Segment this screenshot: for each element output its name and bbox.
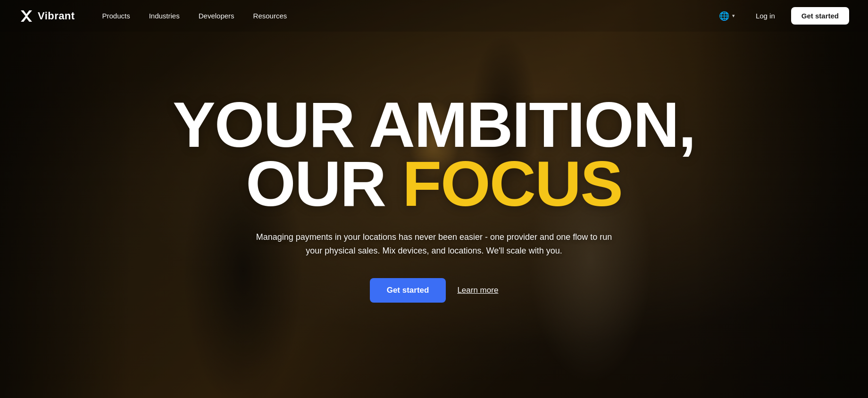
nav-link-developers[interactable]: Developers <box>190 8 243 24</box>
get-started-nav-button[interactable]: Get started <box>791 7 849 25</box>
globe-icon: 🌐 <box>719 11 729 21</box>
nav-links: Products Industries Developers Resources <box>93 8 714 24</box>
nav-link-industries[interactable]: Industries <box>141 8 188 24</box>
hero-content: YOUR AMBITION, OUR FOCUS Managing paymen… <box>0 0 868 398</box>
get-started-hero-button[interactable]: Get started <box>370 278 446 303</box>
hero-headline: YOUR AMBITION, OUR FOCUS <box>173 95 695 213</box>
learn-more-button[interactable]: Learn more <box>457 286 498 295</box>
headline-line2: OUR FOCUS <box>173 154 695 213</box>
hero-section: Vibrant Products Industries Developers R… <box>0 0 868 398</box>
nav-link-resources[interactable]: Resources <box>245 8 296 24</box>
logo[interactable]: Vibrant <box>19 8 75 24</box>
chevron-down-icon: ▾ <box>732 13 735 19</box>
navbar: Vibrant Products Industries Developers R… <box>0 0 868 32</box>
headline-accent-word: FOCUS <box>402 148 622 220</box>
headline-line2-prefix: OUR <box>246 148 402 220</box>
language-selector[interactable]: 🌐 ▾ <box>714 7 740 25</box>
headline-line1: YOUR AMBITION, <box>173 95 695 154</box>
nav-right: 🌐 ▾ Log in Get started <box>714 7 849 25</box>
logo-text: Vibrant <box>38 10 75 22</box>
login-button[interactable]: Log in <box>747 8 784 24</box>
logo-icon <box>19 8 34 24</box>
hero-actions: Get started Learn more <box>370 278 499 303</box>
nav-link-products[interactable]: Products <box>93 8 138 24</box>
hero-subtext: Managing payments in your locations has … <box>255 230 613 258</box>
